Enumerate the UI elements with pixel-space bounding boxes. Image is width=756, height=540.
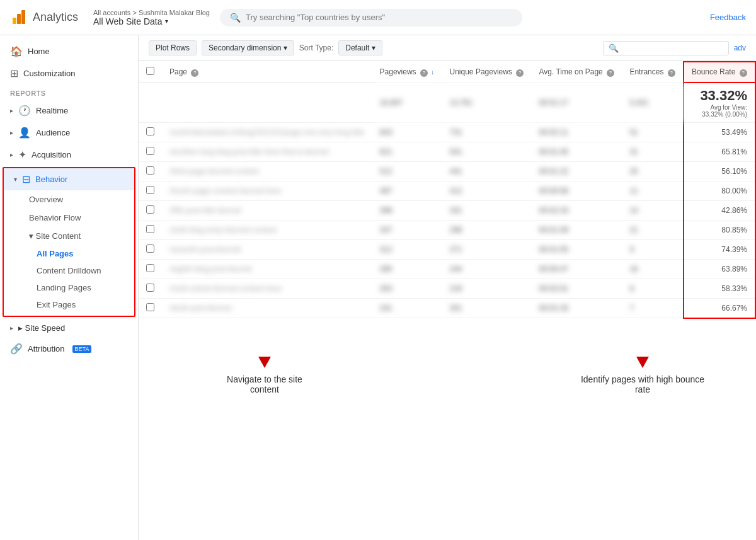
left-annotation-text: Navigate to the site content bbox=[214, 374, 315, 394]
row-1-checkbox[interactable] bbox=[146, 127, 154, 135]
global-search-bar[interactable]: 🔍 bbox=[220, 9, 522, 26]
acquisition-chevron-icon: ▸ bbox=[10, 151, 13, 158]
row-6-bounce-rate: 80.85% bbox=[684, 221, 755, 240]
row-8-page: /eighth-blog-post-blurred bbox=[162, 260, 372, 279]
data-table: Page ? Pageviews ? ↓ Unique Pageviews ? … bbox=[139, 61, 756, 319]
bounce-rate-info-icon: ? bbox=[740, 69, 747, 77]
summary-upv-cell: 13,761 bbox=[442, 83, 532, 123]
summary-pv-cell: 16,907 bbox=[372, 83, 442, 123]
row-7-page: /seventh-post-blurred bbox=[162, 240, 372, 260]
breadcrumb-bottom[interactable]: All Web Site Data ▾ bbox=[93, 16, 210, 26]
sidebar-acquisition-label: Acquisition bbox=[32, 150, 71, 159]
exit-pages-label: Exit Pages bbox=[37, 300, 76, 309]
top-bar: Analytics All accounts > Sushmita Malaka… bbox=[0, 0, 756, 35]
site-speed-chevron-icon: ▸ bbox=[10, 325, 13, 331]
select-all-checkbox[interactable] bbox=[146, 67, 154, 75]
bounce-rate-column-header[interactable]: Bounce Rate ? bbox=[684, 62, 755, 83]
table-search-area[interactable]: 🔍 bbox=[603, 41, 729, 55]
row-1-page: /sushmitamalakar.in/blog/2021/01/page-on… bbox=[162, 123, 372, 142]
row-8-checkbox[interactable] bbox=[146, 264, 154, 272]
analytics-logo-icon bbox=[10, 9, 28, 26]
attribution-icon: 🔗 bbox=[10, 343, 23, 355]
sidebar-behavior-label: Behavior bbox=[35, 175, 67, 184]
page-column-header[interactable]: Page ? bbox=[162, 62, 372, 83]
table-search-icon: 🔍 bbox=[609, 43, 619, 53]
row-2-checkbox[interactable] bbox=[146, 147, 154, 155]
row-7-bounce-rate: 74.39% bbox=[684, 240, 755, 260]
main-layout: 🏠 Home ⊞ Customization REPORTS ▸ 🕐 Realt… bbox=[0, 35, 756, 540]
behavior-icon: ⊟ bbox=[22, 173, 30, 185]
sidebar-item-realtime[interactable]: ▸ 🕐 Realtime bbox=[0, 100, 138, 122]
left-annotation: Navigate to the site content bbox=[214, 357, 315, 394]
sort-type-select[interactable]: Default ▾ bbox=[338, 40, 382, 55]
summary-avg-val: 33.32% (0.00%) bbox=[692, 111, 747, 118]
sidebar-item-site-speed[interactable]: ▸ ▸ Site Speed bbox=[0, 318, 138, 338]
breadcrumb-dropdown-icon[interactable]: ▾ bbox=[165, 18, 168, 25]
sidebar-item-landing-pages[interactable]: Landing Pages bbox=[4, 279, 134, 296]
audience-icon: 👤 bbox=[18, 127, 31, 139]
row-8-bounce-rate: 63.89% bbox=[684, 260, 755, 279]
feedback-link[interactable]: Feedback bbox=[710, 13, 746, 22]
row-3-page: /third-page-blurred-content bbox=[162, 162, 372, 181]
left-arrow-icon bbox=[258, 357, 271, 368]
sidebar-item-acquisition[interactable]: ▸ ✦ Acquisition bbox=[0, 144, 138, 166]
svg-rect-0 bbox=[13, 18, 16, 24]
row-10-page: /tenth-post-blurred bbox=[162, 299, 372, 318]
advanced-link[interactable]: adv bbox=[734, 43, 746, 52]
entrances-column-header[interactable]: Entrances ? bbox=[622, 62, 684, 83]
realtime-icon: 🕐 bbox=[18, 105, 31, 117]
row-1-bounce-rate: 53.49% bbox=[684, 123, 755, 142]
row-3-checkbox[interactable] bbox=[146, 166, 154, 175]
right-annotation: Identify pages with high bounce rate bbox=[580, 357, 706, 394]
row-7-checkbox[interactable] bbox=[146, 244, 154, 253]
row-5-checkbox[interactable] bbox=[146, 205, 154, 214]
row-4-checkbox[interactable] bbox=[146, 186, 154, 194]
logo-area: Analytics bbox=[10, 9, 78, 26]
table-row: /another-long-blog-post-title-here-that-… bbox=[139, 142, 755, 162]
select-all-header[interactable] bbox=[139, 62, 162, 83]
breadcrumb-area: All accounts > Sushmita Malakar Blog All… bbox=[93, 9, 210, 26]
secondary-dimension-select[interactable]: Secondary dimension ▾ bbox=[202, 40, 294, 55]
sidebar-item-audience[interactable]: ▸ 👤 Audience bbox=[0, 122, 138, 144]
toolbar: Plot Rows Secondary dimension ▾ Sort Typ… bbox=[139, 35, 756, 61]
table-row: /fourth-page-content-blurred-here 487 41… bbox=[139, 181, 755, 201]
sidebar-item-attribution[interactable]: 🔗 Attribution BETA bbox=[0, 338, 138, 360]
summary-bounce-pct: 33.32% bbox=[692, 88, 747, 104]
summary-cb-cell bbox=[139, 83, 162, 123]
sidebar-item-all-pages[interactable]: All Pages bbox=[4, 245, 134, 262]
breadcrumb-top: All accounts > Sushmita Malakar Blog bbox=[93, 9, 210, 16]
sidebar-item-overview[interactable]: Overview bbox=[4, 190, 134, 209]
avg-time-column-header[interactable]: Avg. Time on Page ? bbox=[532, 62, 622, 83]
sidebar-item-site-content[interactable]: ▾ Site Content bbox=[4, 227, 134, 245]
pageviews-column-header[interactable]: Pageviews ? ↓ bbox=[372, 62, 442, 83]
sidebar-home-label: Home bbox=[28, 47, 50, 56]
sidebar-site-speed-label: ▸ Site Speed bbox=[18, 323, 65, 333]
right-annotation-text: Identify pages with high bounce rate bbox=[580, 374, 706, 394]
sidebar-item-content-drilldown[interactable]: Content Drilldown bbox=[4, 262, 134, 279]
row-10-bounce-rate: 66.67% bbox=[684, 299, 755, 318]
sidebar-item-home[interactable]: 🏠 Home bbox=[0, 40, 138, 62]
table-row: /ninth-article-blurred-content-here 263 … bbox=[139, 279, 755, 299]
audience-chevron-icon: ▸ bbox=[10, 129, 13, 136]
sort-type-label: Sort Type: bbox=[299, 43, 333, 52]
row-6-checkbox[interactable] bbox=[146, 225, 154, 233]
plot-rows-button[interactable]: Plot Rows bbox=[149, 40, 197, 55]
behavior-chevron-icon: ▾ bbox=[14, 176, 17, 183]
pageviews-sort-icon[interactable]: ↓ bbox=[431, 69, 434, 76]
sidebar-item-behavior[interactable]: ▾ ⊟ Behavior bbox=[4, 168, 134, 190]
customization-icon: ⊞ bbox=[10, 67, 18, 79]
row-10-checkbox[interactable] bbox=[146, 303, 154, 311]
sidebar-item-customization[interactable]: ⊞ Customization bbox=[0, 62, 138, 84]
table-search-input[interactable] bbox=[622, 43, 723, 52]
sidebar-item-exit-pages[interactable]: Exit Pages bbox=[4, 296, 134, 313]
page-info-icon: ? bbox=[191, 69, 198, 77]
unique-pageviews-column-header[interactable]: Unique Pageviews ? bbox=[442, 62, 532, 83]
summary-page-cell bbox=[162, 83, 372, 123]
sidebar-item-behavior-flow[interactable]: Behavior Flow bbox=[4, 209, 134, 227]
global-search-input[interactable] bbox=[246, 13, 512, 22]
landing-pages-label: Landing Pages bbox=[37, 283, 91, 292]
row-4-bounce-rate: 80.00% bbox=[684, 181, 755, 201]
table-row: /fifth-post-title-blurred 398 331 00:02:… bbox=[139, 201, 755, 221]
row-9-checkbox[interactable] bbox=[146, 284, 154, 292]
beta-badge: BETA bbox=[72, 345, 92, 353]
